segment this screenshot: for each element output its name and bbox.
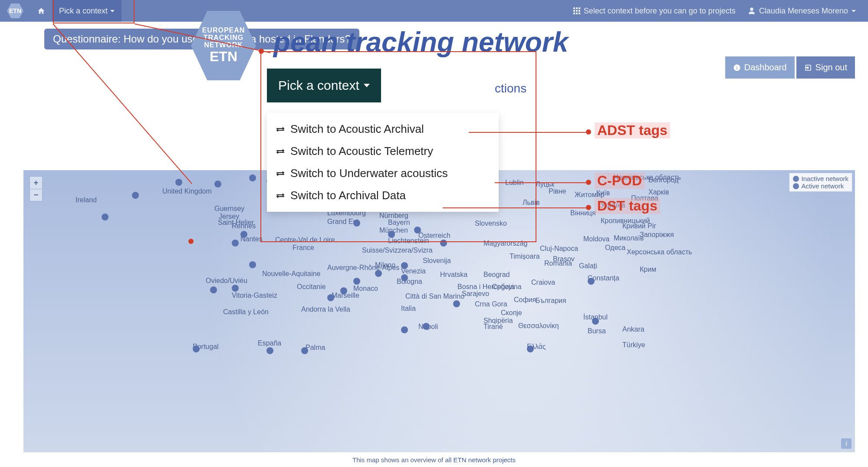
map-country-label: Castilla y León (223, 308, 269, 316)
annotation-label-cpod: C-POD (595, 173, 644, 189)
map-country-label: United Kingdom (162, 187, 212, 195)
map-country-label: Auvergne-Rhône-Alpes (327, 264, 399, 272)
map-country-label: Cluj-Napoca (540, 245, 578, 253)
menu-item-acoustic-telemetry[interactable]: Switch to Acoustic Telemetry (270, 140, 495, 162)
signout-label: Sign out (815, 62, 847, 72)
map-network-point[interactable] (266, 347, 273, 354)
map-country-label: Харків (648, 188, 669, 196)
annotation-connector (495, 182, 586, 183)
map-country-label: Київ (596, 189, 610, 197)
action-buttons: Dashboard Sign out (725, 56, 855, 79)
select-context-text: Select context before you can go to proj… (584, 7, 736, 16)
map-country-label: Sarajevo (462, 290, 489, 298)
map-country-label: Вінниця (570, 209, 596, 217)
map-country-label: France (293, 244, 314, 252)
legend-inactive: Inactive network (793, 175, 848, 182)
map-country-label: Миколаїв (614, 234, 644, 242)
map-country-label: Луцьк (536, 181, 554, 188)
menu-item-archival-data[interactable]: Switch to Archival Data (270, 184, 495, 207)
map-country-label: Крим (640, 266, 656, 273)
map-network-point[interactable] (327, 294, 334, 301)
context-dropdown-menu: Switch to Acoustic Archival Switch to Ac… (267, 113, 499, 212)
map-network-point[interactable] (210, 286, 217, 293)
menu-item-acoustic-archival[interactable]: Switch to Acoustic Archival (270, 118, 495, 140)
map-network-point[interactable] (401, 262, 408, 269)
home-icon (37, 7, 45, 15)
map-network-point[interactable] (249, 174, 256, 181)
map-country-label: Скопје (501, 309, 522, 317)
map-country-label: Crna Gora (475, 300, 507, 308)
map-network-point[interactable] (249, 261, 256, 268)
map-network-point[interactable] (175, 179, 182, 186)
map-network-point[interactable] (401, 274, 408, 281)
map-network-point[interactable] (102, 214, 108, 220)
map-network-point[interactable] (132, 192, 139, 199)
annotation-dot (586, 180, 591, 185)
map-country-label: Bologna (397, 278, 422, 286)
map-network-point[interactable] (232, 285, 239, 292)
map-country-label: Guernsey (214, 205, 244, 213)
annotation-dot (188, 239, 194, 244)
map-country-label: Timișoara (510, 253, 540, 260)
map-network-point[interactable] (301, 347, 308, 354)
map-info-button[interactable]: i (841, 438, 852, 449)
map-network-point[interactable] (375, 270, 382, 277)
annotation-label-dst: DST tags (595, 198, 660, 214)
map-network-point[interactable] (527, 345, 534, 352)
map-country-label: Bursa (588, 327, 606, 335)
annotation-connector (469, 132, 586, 133)
etn-logo[interactable]: ETN (7, 3, 23, 19)
menu-item-underwater-acoustics[interactable]: Switch to Underwater acoustics (270, 162, 495, 184)
map-country-label: España (258, 339, 281, 347)
hero-logo-abbr: ETN (210, 49, 237, 64)
map-network-point[interactable] (588, 278, 595, 285)
map-network-point[interactable] (353, 278, 360, 285)
map-country-label: Türkiye (622, 341, 645, 349)
grid-icon (573, 7, 580, 14)
chevron-down-icon (364, 84, 370, 87)
map-network-point[interactable] (592, 318, 599, 325)
map-network-point[interactable] (193, 345, 200, 352)
map-country-label: Suisse/Svizzera/Svizra (362, 247, 433, 254)
callout-pick-context-button[interactable]: Pick a context (267, 69, 381, 102)
map-country-label: Vitoria-Gasteiz (232, 292, 277, 299)
zoom-out-button[interactable]: − (30, 189, 42, 201)
user-name: Claudia Meneses Moreno (759, 7, 848, 16)
annotation-dot (586, 129, 591, 135)
menu-item-label: Switch to Archival Data (290, 189, 406, 202)
map-network-point[interactable] (232, 240, 239, 247)
map-country-label: Oviedo/Uviéu (206, 277, 247, 285)
annotation-source-highlight (53, 0, 135, 23)
footer-link[interactable]: ETN network projects (454, 456, 516, 464)
home-button[interactable] (30, 0, 52, 22)
swap-icon (276, 150, 284, 153)
dashboard-button[interactable]: Dashboard (725, 56, 795, 79)
map-network-point[interactable] (214, 181, 221, 187)
map-country-label: Херсонська область (627, 248, 692, 256)
map-legend: Inactive network Active network (789, 173, 852, 192)
map-country-label: Ankara (622, 326, 644, 333)
map-country-label: Occitanie (297, 283, 326, 291)
map-network-point[interactable] (401, 326, 408, 333)
map-network-point[interactable] (423, 323, 430, 330)
map-network-point[interactable] (240, 231, 247, 238)
signout-icon (804, 64, 812, 72)
map-country-label: България (536, 297, 566, 305)
user-icon (748, 7, 756, 15)
swap-icon (276, 194, 284, 197)
map-network-point[interactable] (453, 300, 460, 307)
map-country-label: Tiranë (483, 323, 503, 331)
map-country-label: Craiova (531, 279, 555, 286)
map-country-label: Palma (306, 344, 325, 352)
map-country-label: Србија (492, 283, 514, 291)
legend-dot-icon (793, 176, 799, 182)
map-country-label: Slovenija (423, 257, 451, 265)
map-country-label: Одеса (605, 244, 625, 252)
menu-item-label: Switch to Acoustic Telemetry (290, 145, 433, 158)
zoom-in-button[interactable]: + (30, 177, 42, 189)
map-zoom-controls: + − (30, 176, 43, 201)
signout-button[interactable]: Sign out (796, 56, 855, 79)
map-network-point[interactable] (340, 287, 347, 294)
user-menu[interactable]: Claudia Meneses Moreno (748, 7, 856, 16)
legend-active: Active network (793, 182, 848, 190)
